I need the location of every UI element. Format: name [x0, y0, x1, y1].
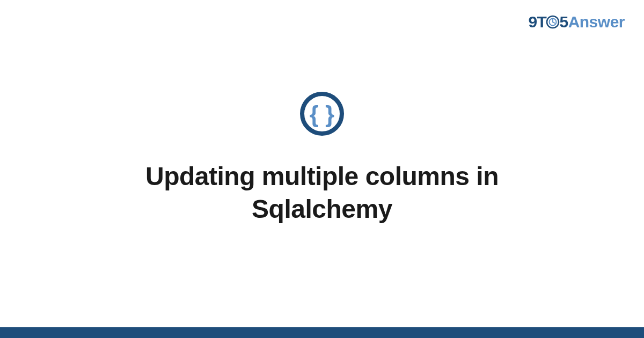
- main-content: { } Updating multiple columns in Sqlalch…: [0, 0, 644, 327]
- page-title: Updating multiple columns in Sqlalchemy: [80, 160, 564, 226]
- code-braces-icon: { }: [299, 91, 345, 136]
- footer-bar: [0, 327, 644, 338]
- svg-text:{ }: { }: [310, 101, 334, 127]
